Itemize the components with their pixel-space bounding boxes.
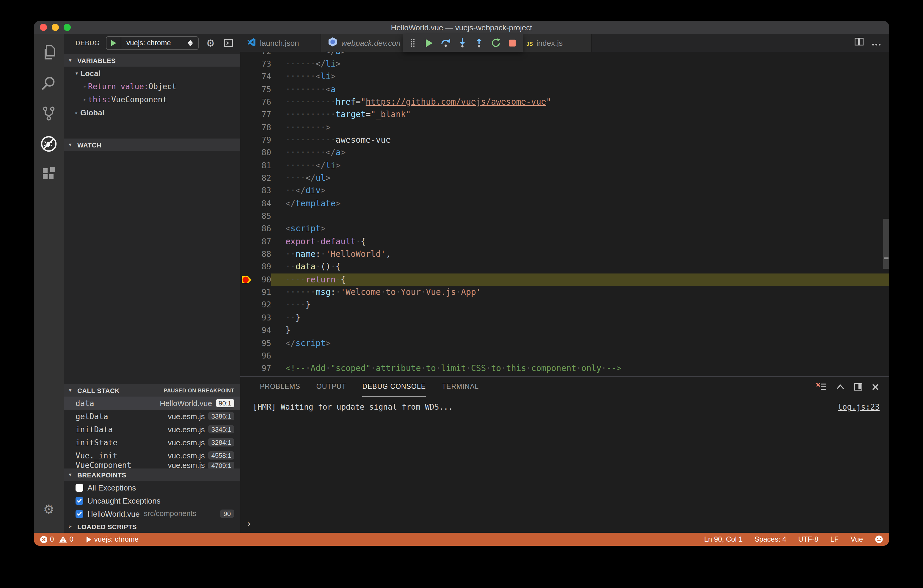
code-line-87[interactable]: 87export·default·{ xyxy=(240,235,889,248)
gutter-breakpoint-margin[interactable] xyxy=(240,350,253,362)
code-line-96[interactable]: 96 xyxy=(240,350,889,362)
status-ln[interactable]: Ln 90, Col 1 xyxy=(704,535,742,544)
code-line-86[interactable]: 86<script> xyxy=(240,223,889,235)
step-over-button[interactable] xyxy=(441,37,451,49)
watch-section-header[interactable]: ▾ WATCH xyxy=(64,138,240,151)
gutter-breakpoint-margin[interactable] xyxy=(240,362,253,375)
breakpoint-checkbox[interactable] xyxy=(76,484,83,491)
loaded-scripts-section-header[interactable]: ▹ LOADED SCRIPTS xyxy=(64,520,240,533)
breakpoint-row[interactable]: HelloWorld.vuesrc/components90 xyxy=(64,507,240,520)
gutter-breakpoint-margin[interactable] xyxy=(240,210,253,223)
code-line-76[interactable]: 76··········href="https://github.com/vue… xyxy=(240,96,889,108)
activity-item-settings[interactable]: ⚙ xyxy=(34,494,64,524)
variable-row[interactable]: ▹Return value: Object xyxy=(64,80,240,93)
gutter-breakpoint-margin[interactable] xyxy=(240,223,253,235)
gutter-breakpoint-margin[interactable] xyxy=(240,273,253,286)
status-spaces[interactable]: Spaces: 4 xyxy=(754,535,786,544)
call-stack-frame[interactable]: dataHelloWorld.vue90:1 xyxy=(64,397,240,410)
editor-scrollbar[interactable] xyxy=(883,219,889,269)
start-debug-icon[interactable] xyxy=(106,36,121,49)
code-line-98[interactable]: 98<style·scoped> xyxy=(240,375,889,376)
call-stack-frame[interactable]: initDatavue.esm.js3345:1 xyxy=(64,423,240,436)
panel-tab-debug-console[interactable]: DEBUG CONSOLE xyxy=(362,377,426,397)
console-source-link[interactable]: log.js:23 xyxy=(838,402,880,411)
gutter-breakpoint-margin[interactable] xyxy=(240,375,253,376)
breakpoint-row[interactable]: Uncaught Exceptions xyxy=(64,494,240,507)
debug-config-status[interactable]: vuejs: chrome xyxy=(87,535,139,544)
gutter-breakpoint-margin[interactable] xyxy=(240,235,253,248)
launch-config-dropdown[interactable]: vuejs: chrome xyxy=(105,36,199,50)
code-line-90[interactable]: 90····return·{ xyxy=(240,273,889,286)
code-line-74[interactable]: 74······<li> xyxy=(240,71,889,83)
panel-tab-problems[interactable]: PROBLEMS xyxy=(260,377,301,397)
code-editor[interactable]: 72········</a>73······</li>74······<li>7… xyxy=(240,52,889,376)
tab-launch-json[interactable]: launch.json xyxy=(240,34,321,52)
code-line-88[interactable]: 88··name:·'HelloWorld', xyxy=(240,248,889,261)
status-vue[interactable]: Vue xyxy=(851,535,863,544)
close-panel-icon[interactable] xyxy=(872,383,879,390)
gutter-breakpoint-margin[interactable] xyxy=(240,299,253,312)
gutter-breakpoint-margin[interactable] xyxy=(240,324,253,337)
step-out-button[interactable] xyxy=(474,37,484,49)
gutter-breakpoint-margin[interactable] xyxy=(240,71,253,83)
code-line-92[interactable]: 92····} xyxy=(240,299,889,312)
maximize-panel-icon[interactable] xyxy=(836,384,844,389)
step-into-button[interactable] xyxy=(457,37,468,49)
status-utf-8[interactable]: UTF-8 xyxy=(798,535,818,544)
code-line-84[interactable]: 84</template> xyxy=(240,197,889,210)
gutter-breakpoint-margin[interactable] xyxy=(240,159,253,172)
clear-console-icon[interactable] xyxy=(816,382,827,391)
code-line-94[interactable]: 94} xyxy=(240,324,889,337)
feedback-smiley-icon[interactable] xyxy=(875,535,883,544)
call-stack-section-header[interactable]: ▾ CALL STACK PAUSED ON BREAKPOINT xyxy=(64,384,240,397)
code-line-78[interactable]: 78········> xyxy=(240,121,889,134)
call-stack-frame[interactable]: VueComponentvue.esm.js4709:1 xyxy=(64,462,240,468)
gutter-breakpoint-margin[interactable] xyxy=(240,134,253,146)
gutter-breakpoint-margin[interactable] xyxy=(240,261,253,273)
tab-index-js[interactable]: JSindex.js xyxy=(520,34,592,52)
gutter-breakpoint-margin[interactable] xyxy=(240,337,253,350)
gutter-breakpoint-margin[interactable] xyxy=(240,96,253,108)
gutter-breakpoint-margin[interactable] xyxy=(240,172,253,185)
call-stack-frame[interactable]: getDatavue.esm.js3386:1 xyxy=(64,410,240,423)
code-line-97[interactable]: 97<!--·Add·"scoped"·attribute·to·limit·C… xyxy=(240,362,889,375)
configure-gear-icon[interactable]: ⚙ xyxy=(205,37,217,49)
activity-item-extensions[interactable] xyxy=(34,159,64,189)
code-line-79[interactable]: 79··········awesome-vue xyxy=(240,134,889,146)
code-line-83[interactable]: 83··</div> xyxy=(240,185,889,197)
gutter-breakpoint-margin[interactable] xyxy=(240,286,253,299)
code-line-91[interactable]: 91······msg:·'Welcome·to·Your·Vue.js·App… xyxy=(240,286,889,299)
restart-button[interactable] xyxy=(491,37,501,49)
gutter-breakpoint-margin[interactable] xyxy=(240,197,253,210)
code-line-93[interactable]: 93··} xyxy=(240,312,889,324)
code-line-80[interactable]: 80········</a> xyxy=(240,146,889,159)
gutter-breakpoint-margin[interactable] xyxy=(240,52,253,57)
panel-tab-output[interactable]: OUTPUT xyxy=(316,377,347,397)
code-line-73[interactable]: 73······</li> xyxy=(240,57,889,71)
code-line-82[interactable]: 82····</ul> xyxy=(240,172,889,185)
activity-item-search[interactable] xyxy=(34,68,64,98)
code-line-75[interactable]: 75········<a xyxy=(240,83,889,96)
problems-status[interactable]: 0 0 xyxy=(40,535,74,544)
activity-item-debug[interactable] xyxy=(34,128,64,159)
call-stack-frame[interactable]: Vue._initvue.esm.js4558:1 xyxy=(64,449,240,462)
code-line-72[interactable]: 72········</a> xyxy=(240,52,889,57)
gutter-breakpoint-margin[interactable] xyxy=(240,57,253,71)
gutter-breakpoint-margin[interactable] xyxy=(240,312,253,324)
panel-tab-terminal[interactable]: TERMINAL xyxy=(442,377,479,397)
continue-button[interactable] xyxy=(424,37,434,49)
debug-console[interactable]: [HMR] Waiting for update signal from WDS… xyxy=(240,397,889,533)
repl-prompt-chevron[interactable]: › xyxy=(246,519,251,529)
code-line-95[interactable]: 95</script> xyxy=(240,337,889,350)
gutter-breakpoint-margin[interactable] xyxy=(240,248,253,261)
activity-item-source-control[interactable] xyxy=(34,98,64,128)
call-stack-frame[interactable]: initStatevue.esm.js3284:1 xyxy=(64,436,240,449)
activity-item-explorer[interactable] xyxy=(34,38,64,68)
code-line-77[interactable]: 77··········target="_blank" xyxy=(240,108,889,121)
stop-button[interactable] xyxy=(507,37,517,49)
status-lf[interactable]: LF xyxy=(830,535,839,544)
breakpoint-row[interactable]: All Exceptions xyxy=(64,481,240,494)
code-line-85[interactable]: 85 xyxy=(240,210,889,223)
code-line-89[interactable]: 89··data·()·{ xyxy=(240,261,889,273)
debug-console-toggle-icon[interactable] xyxy=(222,37,234,49)
